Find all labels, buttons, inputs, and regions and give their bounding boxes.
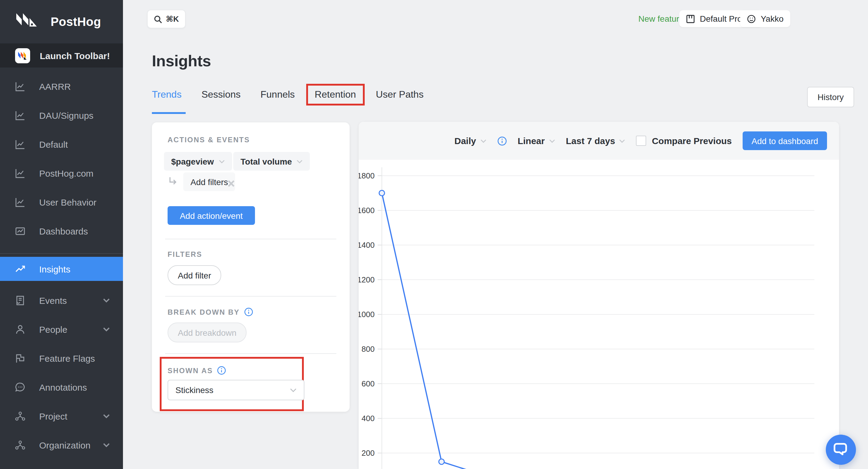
nested-arrow-icon (169, 177, 178, 186)
chevron-down-icon (103, 298, 110, 302)
shown-as-value: Stickiness (176, 385, 213, 395)
search-shortcut: ⌘K (166, 14, 179, 24)
posthog-logo-icon (15, 13, 40, 31)
add-filter-button[interactable]: Add filter (167, 265, 221, 285)
events-icon (15, 295, 25, 305)
trend-chart-card: Daily Linear Last 7 days Compare Previou… (359, 122, 839, 469)
chevron-down-icon (549, 139, 555, 143)
global-search[interactable]: ⌘K (147, 10, 186, 28)
sidebar-item-dashboards[interactable]: Dashboards (0, 216, 123, 245)
tab-sessions[interactable]: Sessions (201, 89, 241, 104)
trend-chart-area: 18001600140012001000800600400200 (359, 160, 839, 469)
smiley-icon (747, 14, 756, 23)
interval-value: Daily (455, 136, 476, 146)
chevron-down-icon (290, 388, 297, 392)
sidebar-item-label: PostHog.com (39, 168, 93, 178)
info-icon[interactable] (244, 307, 253, 316)
chevron-down-icon (103, 414, 110, 418)
chart-icon (15, 139, 25, 149)
sidebar-item-events[interactable]: Events (0, 286, 123, 315)
sidebar-item-dau-signups[interactable]: DAU/Signups (0, 101, 123, 130)
tab-trends[interactable]: Trends (152, 89, 181, 104)
y-tick-label: 1000 (359, 310, 375, 319)
history-button[interactable]: History (807, 87, 854, 107)
sidebar-item-label: DAU/Signups (39, 110, 93, 120)
date-range-value: Last 7 days (566, 136, 615, 146)
sidebar-item-feature-flags[interactable]: Feature Flags (0, 344, 123, 373)
y-tick-label: 600 (362, 379, 375, 388)
tab-retention-label: Retention (315, 89, 356, 99)
sidebar-item-label: Events (39, 295, 67, 305)
data-point (439, 459, 444, 465)
display-mode-dropdown[interactable]: Linear (518, 136, 555, 146)
project-icon (686, 14, 695, 23)
compare-previous-checkbox[interactable] (636, 136, 647, 146)
tab-funnels[interactable]: Funnels (260, 89, 295, 104)
sidebar-divider (0, 253, 123, 254)
launch-toolbar-button[interactable]: Launch Toolbar! (0, 43, 123, 67)
sidebar-item-default[interactable]: Default (0, 130, 123, 159)
date-range-dropdown[interactable]: Last 7 days (566, 136, 625, 146)
brand[interactable]: PostHog (0, 0, 123, 43)
sidebar-item-user-behavior[interactable]: User Behavior (0, 187, 123, 216)
add-breakdown-button: Add breakdown (167, 322, 247, 342)
insight-filter-panel: ACTIONS & EVENTS $pageview Total volume … (152, 122, 350, 412)
shown-as-select[interactable]: Stickiness (167, 380, 304, 400)
sidebar-item-people[interactable]: People (0, 315, 123, 344)
math-selector-chip[interactable]: Total volume (233, 152, 310, 170)
active-tab-underline (152, 112, 186, 114)
sidebar-item-label: User Behavior (39, 197, 96, 207)
event-name: $pageview (171, 156, 214, 166)
chart-icon (15, 81, 25, 91)
divider (165, 353, 336, 354)
sidebar-item-organization[interactable]: Organization (0, 430, 123, 459)
brand-name: PostHog (51, 15, 101, 29)
message-bubble-icon (15, 382, 25, 392)
sidebar-item-label: Organization (39, 440, 90, 450)
user-name: Yakko (761, 14, 784, 24)
sidebar-item-label: Project (39, 411, 67, 421)
launch-toolbar-label: Launch Toolbar! (40, 50, 110, 61)
retention-annotation-box: Retention (306, 84, 364, 105)
y-tick-label: 200 (362, 448, 375, 458)
sidebar-item-insights[interactable]: Insights (0, 257, 123, 281)
trend-line (382, 193, 501, 469)
chart-toolbar: Daily Linear Last 7 days Compare Previou… (359, 122, 839, 160)
info-icon[interactable] (217, 366, 226, 375)
deployment-icon (15, 440, 25, 450)
event-selector-chip[interactable]: $pageview (164, 152, 232, 170)
compare-previous-toggle[interactable]: Compare Previous (636, 136, 732, 146)
add-filters-label: Add filters (190, 177, 228, 187)
add-to-dashboard-button[interactable]: Add to dashboard (743, 131, 827, 150)
filters-header: FILTERS (167, 250, 202, 259)
user-menu-button[interactable]: Yakko (740, 10, 790, 27)
divider (165, 239, 336, 239)
sidebar-item-posthog-com[interactable]: PostHog.com (0, 159, 123, 187)
sidebar-item-label: AARRR (39, 81, 71, 91)
sidebar-item-aarrr[interactable]: AARRR (0, 72, 123, 101)
y-tick-label: 1400 (359, 241, 375, 250)
deployment-icon (15, 411, 25, 421)
flag-icon (15, 353, 25, 363)
compare-previous-label: Compare Previous (652, 136, 732, 146)
chart-icon (15, 168, 25, 178)
y-tick-label: 1200 (359, 275, 375, 284)
chevron-down-icon (480, 139, 486, 143)
add-action-event-button[interactable]: Add action/event (167, 206, 255, 225)
tab-retention[interactable]: Retention (315, 89, 356, 104)
support-chat-button[interactable] (826, 435, 856, 465)
sidebar-item-label: Insights (39, 264, 70, 274)
info-icon[interactable] (497, 136, 507, 146)
app-root: PostHog Launch Toolbar! AARRR DAU/Signup… (0, 0, 868, 469)
chevron-down-icon (297, 159, 303, 163)
sidebar-item-annotations[interactable]: Annotations (0, 373, 123, 402)
display-mode-value: Linear (518, 136, 545, 146)
chart-icon (15, 197, 25, 207)
chart-icon (15, 110, 25, 120)
sidebar-item-project[interactable]: Project (0, 402, 123, 430)
sidebar-nav: AARRR DAU/Signups Default PostHog.com Us… (0, 72, 123, 459)
interval-dropdown[interactable]: Daily (455, 136, 487, 146)
remove-event-icon[interactable] (227, 180, 235, 187)
tab-user-paths[interactable]: User Paths (376, 89, 424, 104)
y-tick-label: 1800 (359, 171, 375, 180)
